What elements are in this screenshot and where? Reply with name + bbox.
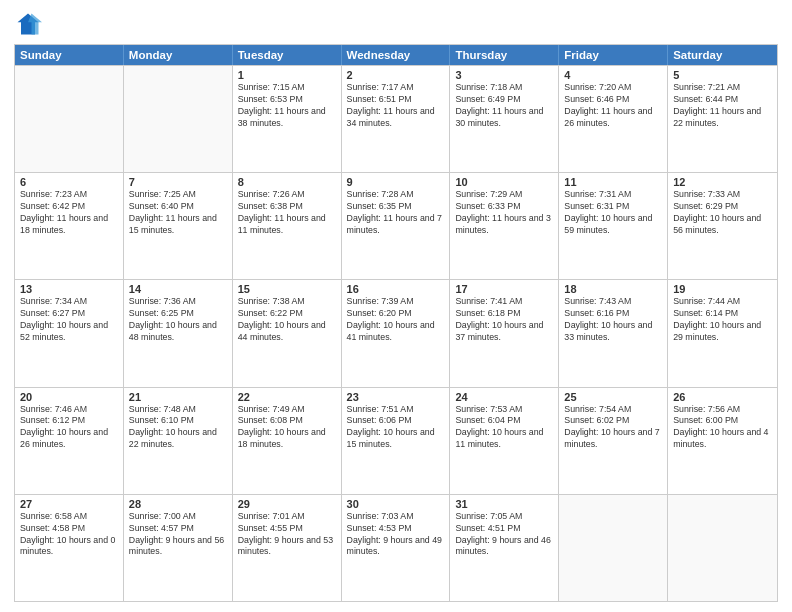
calendar-cell: 18Sunrise: 7:43 AM Sunset: 6:16 PM Dayli… [559,280,668,386]
day-number: 23 [347,391,445,403]
calendar-cell: 28Sunrise: 7:00 AM Sunset: 4:57 PM Dayli… [124,495,233,601]
calendar-cell: 6Sunrise: 7:23 AM Sunset: 6:42 PM Daylig… [15,173,124,279]
calendar-cell: 3Sunrise: 7:18 AM Sunset: 6:49 PM Daylig… [450,66,559,172]
day-number: 4 [564,69,662,81]
calendar-cell: 13Sunrise: 7:34 AM Sunset: 6:27 PM Dayli… [15,280,124,386]
day-number: 16 [347,283,445,295]
calendar-cell: 22Sunrise: 7:49 AM Sunset: 6:08 PM Dayli… [233,388,342,494]
cell-text: Sunrise: 7:34 AM Sunset: 6:27 PM Dayligh… [20,296,118,344]
header [14,10,778,38]
calendar-row-3: 20Sunrise: 7:46 AM Sunset: 6:12 PM Dayli… [15,387,777,494]
header-cell-thursday: Thursday [450,45,559,65]
calendar-cell: 31Sunrise: 7:05 AM Sunset: 4:51 PM Dayli… [450,495,559,601]
day-number: 12 [673,176,772,188]
cell-text: Sunrise: 7:39 AM Sunset: 6:20 PM Dayligh… [347,296,445,344]
calendar-row-4: 27Sunrise: 6:58 AM Sunset: 4:58 PM Dayli… [15,494,777,601]
cell-text: Sunrise: 7:28 AM Sunset: 6:35 PM Dayligh… [347,189,445,237]
cell-text: Sunrise: 7:00 AM Sunset: 4:57 PM Dayligh… [129,511,227,559]
day-number: 28 [129,498,227,510]
cell-text: Sunrise: 7:18 AM Sunset: 6:49 PM Dayligh… [455,82,553,130]
calendar-body: 1Sunrise: 7:15 AM Sunset: 6:53 PM Daylig… [15,65,777,601]
cell-text: Sunrise: 7:43 AM Sunset: 6:16 PM Dayligh… [564,296,662,344]
header-cell-friday: Friday [559,45,668,65]
calendar-cell [668,495,777,601]
cell-text: Sunrise: 7:33 AM Sunset: 6:29 PM Dayligh… [673,189,772,237]
day-number: 6 [20,176,118,188]
cell-text: Sunrise: 7:20 AM Sunset: 6:46 PM Dayligh… [564,82,662,130]
calendar-cell: 23Sunrise: 7:51 AM Sunset: 6:06 PM Dayli… [342,388,451,494]
calendar-row-0: 1Sunrise: 7:15 AM Sunset: 6:53 PM Daylig… [15,65,777,172]
day-number: 5 [673,69,772,81]
calendar-cell: 12Sunrise: 7:33 AM Sunset: 6:29 PM Dayli… [668,173,777,279]
calendar-cell: 17Sunrise: 7:41 AM Sunset: 6:18 PM Dayli… [450,280,559,386]
cell-text: Sunrise: 7:31 AM Sunset: 6:31 PM Dayligh… [564,189,662,237]
cell-text: Sunrise: 7:41 AM Sunset: 6:18 PM Dayligh… [455,296,553,344]
calendar-row-2: 13Sunrise: 7:34 AM Sunset: 6:27 PM Dayli… [15,279,777,386]
day-number: 11 [564,176,662,188]
calendar-row-1: 6Sunrise: 7:23 AM Sunset: 6:42 PM Daylig… [15,172,777,279]
day-number: 19 [673,283,772,295]
cell-text: Sunrise: 7:48 AM Sunset: 6:10 PM Dayligh… [129,404,227,452]
calendar-cell: 20Sunrise: 7:46 AM Sunset: 6:12 PM Dayli… [15,388,124,494]
day-number: 25 [564,391,662,403]
cell-text: Sunrise: 7:01 AM Sunset: 4:55 PM Dayligh… [238,511,336,559]
cell-text: Sunrise: 7:53 AM Sunset: 6:04 PM Dayligh… [455,404,553,452]
day-number: 26 [673,391,772,403]
cell-text: Sunrise: 7:44 AM Sunset: 6:14 PM Dayligh… [673,296,772,344]
day-number: 8 [238,176,336,188]
calendar-cell: 27Sunrise: 6:58 AM Sunset: 4:58 PM Dayli… [15,495,124,601]
day-number: 20 [20,391,118,403]
calendar-cell [559,495,668,601]
day-number: 17 [455,283,553,295]
day-number: 31 [455,498,553,510]
day-number: 10 [455,176,553,188]
cell-text: Sunrise: 7:29 AM Sunset: 6:33 PM Dayligh… [455,189,553,237]
cell-text: Sunrise: 7:36 AM Sunset: 6:25 PM Dayligh… [129,296,227,344]
day-number: 3 [455,69,553,81]
cell-text: Sunrise: 7:21 AM Sunset: 6:44 PM Dayligh… [673,82,772,130]
calendar-cell: 24Sunrise: 7:53 AM Sunset: 6:04 PM Dayli… [450,388,559,494]
day-number: 30 [347,498,445,510]
calendar-cell: 29Sunrise: 7:01 AM Sunset: 4:55 PM Dayli… [233,495,342,601]
logo-icon [14,10,42,38]
cell-text: Sunrise: 7:15 AM Sunset: 6:53 PM Dayligh… [238,82,336,130]
calendar-cell: 25Sunrise: 7:54 AM Sunset: 6:02 PM Dayli… [559,388,668,494]
day-number: 7 [129,176,227,188]
calendar-cell: 8Sunrise: 7:26 AM Sunset: 6:38 PM Daylig… [233,173,342,279]
cell-text: Sunrise: 7:54 AM Sunset: 6:02 PM Dayligh… [564,404,662,452]
cell-text: Sunrise: 7:23 AM Sunset: 6:42 PM Dayligh… [20,189,118,237]
cell-text: Sunrise: 7:17 AM Sunset: 6:51 PM Dayligh… [347,82,445,130]
calendar-cell: 7Sunrise: 7:25 AM Sunset: 6:40 PM Daylig… [124,173,233,279]
calendar-cell: 1Sunrise: 7:15 AM Sunset: 6:53 PM Daylig… [233,66,342,172]
cell-text: Sunrise: 7:56 AM Sunset: 6:00 PM Dayligh… [673,404,772,452]
calendar-cell: 11Sunrise: 7:31 AM Sunset: 6:31 PM Dayli… [559,173,668,279]
day-number: 22 [238,391,336,403]
calendar-cell: 19Sunrise: 7:44 AM Sunset: 6:14 PM Dayli… [668,280,777,386]
calendar-cell: 9Sunrise: 7:28 AM Sunset: 6:35 PM Daylig… [342,173,451,279]
calendar-cell: 16Sunrise: 7:39 AM Sunset: 6:20 PM Dayli… [342,280,451,386]
calendar-cell: 5Sunrise: 7:21 AM Sunset: 6:44 PM Daylig… [668,66,777,172]
day-number: 13 [20,283,118,295]
day-number: 1 [238,69,336,81]
day-number: 24 [455,391,553,403]
calendar-cell [124,66,233,172]
day-number: 15 [238,283,336,295]
cell-text: Sunrise: 7:03 AM Sunset: 4:53 PM Dayligh… [347,511,445,559]
calendar: SundayMondayTuesdayWednesdayThursdayFrid… [14,44,778,602]
day-number: 21 [129,391,227,403]
day-number: 29 [238,498,336,510]
cell-text: Sunrise: 7:51 AM Sunset: 6:06 PM Dayligh… [347,404,445,452]
calendar-cell: 26Sunrise: 7:56 AM Sunset: 6:00 PM Dayli… [668,388,777,494]
calendar-header: SundayMondayTuesdayWednesdayThursdayFrid… [15,45,777,65]
cell-text: Sunrise: 6:58 AM Sunset: 4:58 PM Dayligh… [20,511,118,559]
page: SundayMondayTuesdayWednesdayThursdayFrid… [0,0,792,612]
header-cell-saturday: Saturday [668,45,777,65]
cell-text: Sunrise: 7:49 AM Sunset: 6:08 PM Dayligh… [238,404,336,452]
calendar-cell: 10Sunrise: 7:29 AM Sunset: 6:33 PM Dayli… [450,173,559,279]
calendar-cell: 14Sunrise: 7:36 AM Sunset: 6:25 PM Dayli… [124,280,233,386]
day-number: 2 [347,69,445,81]
header-cell-monday: Monday [124,45,233,65]
calendar-cell: 30Sunrise: 7:03 AM Sunset: 4:53 PM Dayli… [342,495,451,601]
cell-text: Sunrise: 7:38 AM Sunset: 6:22 PM Dayligh… [238,296,336,344]
cell-text: Sunrise: 7:25 AM Sunset: 6:40 PM Dayligh… [129,189,227,237]
